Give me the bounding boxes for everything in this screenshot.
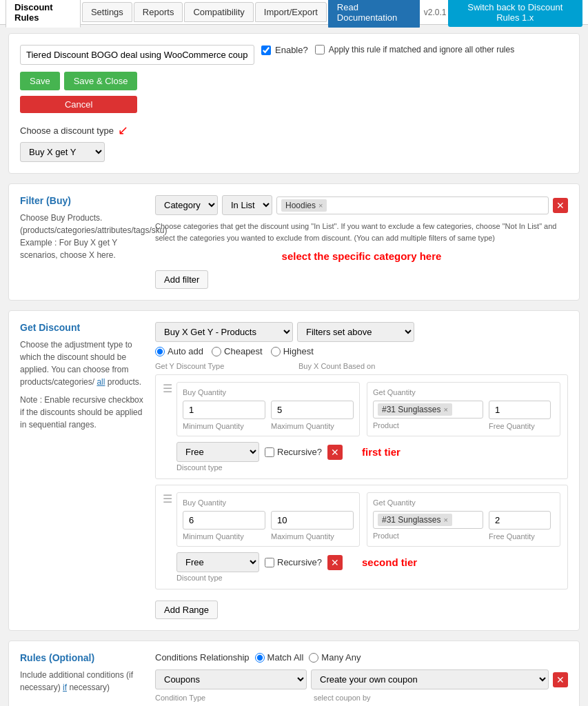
rules-description: Include additional conditions (if necess… [20,669,144,694]
tier1-row: ☰ Buy Quantity Minimum Quantity [163,382,560,472]
header-card: Enable? Apply this rule if matched and i… [8,33,580,174]
remove-condition-button[interactable]: ✕ [553,672,568,687]
tier2-remove-button[interactable]: ✕ [327,555,343,570]
tier1-recursive-checkbox[interactable] [265,447,274,457]
count-based-select[interactable]: Filters set above [297,322,414,342]
filter-condition-select[interactable]: In List [222,195,272,215]
enable-checkbox[interactable] [261,46,271,55]
tier1-get-inputs: #31 Sunglasses × Product [373,401,554,430]
tier2-buy-qty-label: Buy Quantity [183,498,354,507]
tier2-content: Buy Quantity Minimum Quantity [176,492,560,582]
mode-auto-label[interactable]: Auto add [155,346,203,356]
mode-apply-row: Auto add Cheapest Highest [155,346,314,356]
cancel-button[interactable]: Cancel [20,96,137,113]
tier1-free-qty-group: Free Quantity [489,401,551,430]
tier2-row: ☰ Buy Quantity Minimum Quantity [163,492,560,582]
rule-name-input[interactable] [20,45,254,65]
drag-handle-tier1[interactable]: ☰ [163,382,172,395]
filter-tag-remove[interactable]: × [318,201,323,210]
tier2-product-tag-label: #31 Sunglasses [382,515,440,525]
tier2-recursive-row: Recursive? [265,557,322,567]
tier1-free-qty-input[interactable] [489,401,551,419]
conditions-relationship-row: Conditions Relationship Match All Many A… [155,652,568,663]
enable-row: Enable? [261,45,308,55]
tier2-buy-inputs: Minimum Quantity Maximum Quantity [183,511,354,541]
tier1-product-tag-container[interactable]: #31 Sunglasses × [373,401,483,418]
rules-section-left: Rules (Optional) Include additional cond… [20,652,144,706]
product-type-select[interactable]: Buy X Get Y - Products [155,322,293,342]
mode-highest-label[interactable]: Highest [271,346,314,356]
tier2-free-qty-input[interactable] [489,511,551,530]
filter-hint: Choose categories that get the discount … [155,221,568,243]
tier1-discount-type-select[interactable]: Free [176,442,259,462]
select-coupon-by-select[interactable]: Create your own coupon [311,669,549,689]
tier1-discount-row: Free Recursive? ✕ first tier [176,442,560,462]
filter-tag: Hoodies × [281,199,327,212]
main-content: Enable? Apply this rule if matched and i… [0,25,588,706]
tier2-discount-type-select[interactable]: Free [176,552,259,572]
filter-section-right: Category In List Hoodies × ✕ Choose cate… [155,195,568,289]
tier2-product-tag-remove[interactable]: × [443,516,447,524]
mode-highest-radio[interactable] [271,347,281,356]
tier1-content: Buy Quantity Minimum Quantity [176,382,560,472]
get-discount-card: Get Discount Choose the adjustment type … [8,310,580,631]
tier2-max-input[interactable] [271,511,354,530]
tab-import-export[interactable]: Import/Export [255,2,327,22]
tier2-product-tag-container[interactable]: #31 Sunglasses × [373,511,483,529]
arrow-annotation: ↙ [118,123,128,138]
all-products-link[interactable]: all [97,377,105,387]
tier1-min-input[interactable] [183,401,265,419]
save-buttons-row: Save Save & Close [20,72,137,90]
tier1-qty-row: Buy Quantity Minimum Quantity [176,382,560,436]
filter-row: Category In List Hoodies × ✕ [155,195,568,215]
many-any-label[interactable]: Many Any [309,652,361,663]
tab-reports[interactable]: Reports [134,2,183,22]
match-all-label[interactable]: Match All [255,652,304,663]
switch-back-button[interactable]: Switch back to Discount Rules 1.x [448,0,582,27]
apply-rule-label: Apply this rule if matched and ignore al… [329,45,514,54]
tier1-free-qty-label: Free Quantity [489,422,551,430]
match-all-text: Match All [267,652,304,663]
add-range-button[interactable]: Add Range [155,601,218,619]
conditions-relationship-label: Conditions Relationship [155,652,250,663]
match-all-radio[interactable] [255,653,265,663]
save-button[interactable]: Save [20,72,60,90]
filter-tag-container[interactable]: Hoodies × [276,196,549,214]
top-navigation: Discount Rules Settings Reports Compatib… [0,0,588,25]
condition-type-label: Condition Type [155,694,307,702]
tab-discount-rules[interactable]: Discount Rules [6,0,81,28]
tab-compatibility[interactable]: Compatibility [184,2,253,22]
tier2-min-group: Minimum Quantity [183,511,265,541]
tier2-get-inputs: #31 Sunglasses × Product [373,511,554,541]
save-close-button[interactable]: Save & Close [64,72,138,90]
tab-read-documentation[interactable]: Read Documentation [328,0,420,28]
filter-annotation: select the specific category here [155,250,568,262]
mode-cheapest-radio[interactable] [212,347,221,356]
tier1-product-tag-remove[interactable]: × [443,405,447,414]
add-filter-button[interactable]: Add filter [155,270,208,289]
apply-rule-checkbox[interactable] [315,45,325,54]
tier1-discount-type-label: Discount type [176,463,560,472]
if-link[interactable]: if [63,683,67,692]
discount-type-select[interactable]: Buy X get Y [20,142,105,162]
get-discount-section-left: Get Discount Choose the adjustment type … [20,322,144,619]
many-any-radio[interactable] [309,653,318,663]
rules-section-panel: Rules (Optional) Include additional cond… [20,652,568,706]
tier2-recursive-checkbox[interactable] [265,558,274,567]
tier1-min-label: Minimum Quantity [183,422,265,430]
tier1-remove-button[interactable]: ✕ [327,445,343,460]
tab-settings[interactable]: Settings [82,2,132,22]
condition-labels-row: Condition Type select coupon by [155,692,568,702]
mode-cheapest-label[interactable]: Cheapest [212,346,263,356]
condition-type-select[interactable]: Coupons [155,669,307,689]
mode-auto-radio[interactable] [155,347,165,356]
tier2-min-input[interactable] [183,511,265,530]
apply-rule-row: Apply this rule if matched and ignore al… [315,45,514,54]
drag-handle-tier2[interactable]: ☰ [163,492,172,505]
tier1-max-input[interactable] [271,401,354,419]
filter-type-select[interactable]: Category [155,195,218,215]
tier1-min-group: Minimum Quantity [183,401,265,430]
tier2-get-qty-group: Get Quantity #31 Sunglasses × [367,492,560,547]
filter-tag-label: Hoodies [285,201,316,210]
remove-filter-button[interactable]: ✕ [553,198,568,213]
